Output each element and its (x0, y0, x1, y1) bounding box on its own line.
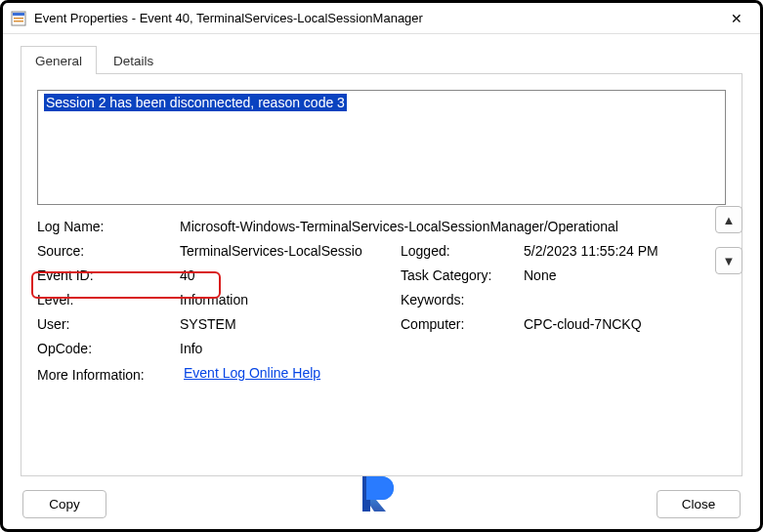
source-value: TerminalServices-LocalSessio (180, 243, 395, 259)
event-id-value: 40 (180, 267, 395, 283)
record-nav-buttons: ▲ ▼ (715, 206, 742, 274)
event-description-box[interactable]: Session 2 has been disconnected, reason … (37, 90, 726, 205)
user-value: SYSTEM (180, 316, 395, 332)
task-category-value: None (524, 267, 726, 283)
level-value: Information (180, 292, 395, 307)
next-event-button[interactable]: ▼ (715, 247, 742, 274)
copy-button[interactable]: Copy (22, 490, 106, 518)
computer-value: CPC-cloud-7NCKQ (524, 316, 726, 332)
arrow-down-icon: ▼ (723, 254, 736, 268)
watermark-logo (359, 474, 405, 513)
opcode-label: OpCode: (37, 341, 174, 356)
user-label: User: (37, 316, 174, 332)
dialog-footer: Copy Close (3, 478, 760, 529)
tab-general[interactable]: General (21, 46, 97, 74)
app-icon (11, 11, 26, 26)
logged-value: 5/2/2023 11:55:24 PM (524, 243, 726, 259)
window-close-button[interactable]: ✕ (721, 7, 752, 30)
svg-rect-3 (14, 20, 23, 21)
prev-event-button[interactable]: ▲ (715, 206, 742, 233)
close-button[interactable]: Close (657, 490, 741, 518)
svg-rect-1 (13, 13, 24, 16)
opcode-value: Info (180, 341, 726, 356)
log-name-value: Microsoft-Windows-TerminalServices-Local… (180, 219, 726, 234)
event-id-label: Event ID: (37, 267, 174, 283)
arrow-up-icon: ▲ (723, 213, 736, 227)
keywords-label: Keywords: (401, 292, 518, 307)
level-label: Level: (37, 292, 174, 307)
tab-details[interactable]: Details (99, 46, 168, 74)
window-title: Event Properties - Event 40, TerminalSer… (34, 11, 721, 25)
event-description-text: Session 2 has been disconnected, reason … (44, 94, 347, 111)
log-name-label: Log Name: (37, 219, 174, 234)
tabs: General Details (21, 46, 742, 74)
logged-label: Logged: (401, 243, 518, 259)
source-label: Source: (37, 243, 174, 259)
content-area: General Details Session 2 has been disco… (3, 34, 760, 478)
svg-rect-2 (14, 18, 23, 19)
tab-panel-general: Session 2 has been disconnected, reason … (21, 73, 742, 476)
computer-label: Computer: (401, 316, 518, 332)
event-fields: Log Name: Microsoft-Windows-TerminalServ… (37, 219, 726, 383)
task-category-label: Task Category: (401, 267, 518, 283)
moreinfo-label: More Information: (37, 367, 174, 383)
titlebar: Event Properties - Event 40, TerminalSer… (3, 3, 760, 34)
moreinfo-link[interactable]: Event Log Online Help (184, 365, 726, 381)
